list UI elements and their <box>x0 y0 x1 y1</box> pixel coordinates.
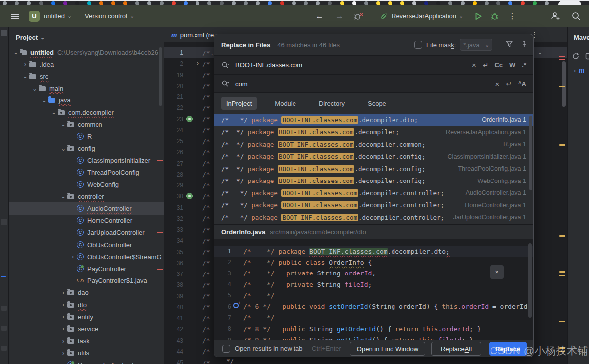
chevron-expanded-icon[interactable]: ⌄ <box>40 97 48 104</box>
chevron-expanded-icon[interactable]: ⌄ <box>59 121 67 128</box>
result-row[interactable]: /* */ package BOOT-INF.classes.com.decom… <box>214 138 533 151</box>
debug-button[interactable] <box>491 5 499 27</box>
scope-tab-scope[interactable]: Scope <box>363 97 391 110</box>
result-row[interactable]: /* */ package BOOT-INF.classes.com.decom… <box>214 151 533 163</box>
tab-pom-xml[interactable]: m pom.xml (re <box>167 27 218 42</box>
tree-row[interactable]: ⌄java <box>9 94 164 106</box>
tree-row[interactable]: ⌄com.decompiler <box>9 106 164 118</box>
editor-scrollbar[interactable] <box>562 61 566 107</box>
file-mask-combo[interactable]: *.java ⌄ <box>460 39 492 51</box>
next-problem-icon[interactable]: ⌄ <box>538 49 542 56</box>
scope-tab-directory[interactable]: Directory <box>314 97 350 110</box>
code-with-me-icon[interactable] <box>550 5 560 27</box>
maven-refresh-icon[interactable] <box>572 52 580 60</box>
chevron-collapsed-icon[interactable]: › <box>59 289 67 296</box>
forward-button[interactable]: → <box>335 5 344 27</box>
tree-row[interactable]: PayController$1.java <box>9 275 164 287</box>
tree-row[interactable]: CReverseJarApplication <box>9 359 164 364</box>
result-row[interactable]: /* */ package BOOT-INF.classes.com.decom… <box>214 126 533 139</box>
open-in-find-window-button[interactable]: Open in Find Window <box>350 342 425 356</box>
hamburger-menu-icon[interactable] <box>11 5 19 27</box>
problems-tool-icon[interactable] <box>1 346 7 351</box>
chevron-expanded-icon[interactable]: ⌄ <box>59 145 67 152</box>
chevron-expanded-icon[interactable]: ⌄ <box>31 85 39 92</box>
spring-bean-gutter-icon[interactable] <box>186 193 193 199</box>
tree-row[interactable]: CClassImportsInitializer <box>9 155 164 167</box>
result-row[interactable]: /* */ package BOOT-INF.classes.com.decom… <box>214 199 533 212</box>
tree-row[interactable]: ⌄common <box>9 118 164 130</box>
scope-tab-module[interactable]: Module <box>270 97 301 110</box>
tree-row[interactable]: CHomeController <box>9 215 164 227</box>
spring-bean-gutter-icon[interactable] <box>186 116 193 122</box>
tree-row[interactable]: ›dto <box>9 299 164 311</box>
close-icon[interactable]: × <box>490 265 504 279</box>
chevron-collapsed-icon[interactable]: › <box>59 301 67 308</box>
maven-project-node[interactable]: › m <box>571 66 588 75</box>
tree-row[interactable]: CWebConfig <box>9 179 164 190</box>
tree-row[interactable]: ⌄main <box>9 83 164 94</box>
vcs-widget[interactable]: Version control ⌄ <box>85 5 134 27</box>
tree-row[interactable]: ›service <box>9 323 164 335</box>
tree-row[interactable]: ›.idea <box>9 58 164 70</box>
tree-row[interactable]: CThreadPoolConfig <box>9 167 164 179</box>
tree-row[interactable]: ⌄config <box>9 143 164 155</box>
structure-tool-icon[interactable] <box>1 219 7 225</box>
file-mask-checkbox[interactable] <box>414 41 422 49</box>
chevron-expanded-icon[interactable]: ⌄ <box>50 109 58 116</box>
preview-scrollbar[interactable] <box>528 243 532 318</box>
tree-row[interactable]: ›CObfJsController$StreamG <box>9 251 164 263</box>
chevron-collapsed-icon[interactable]: › <box>21 61 29 68</box>
pin-icon[interactable] <box>520 40 528 48</box>
result-row[interactable]: /* */ package BOOT-INF.classes.com.decom… <box>214 114 533 126</box>
newline-icon[interactable]: ↵ <box>506 80 512 88</box>
tree-row[interactable]: ⌄untitledC:\Users\yang\Downloads\b4ccb26 <box>9 46 164 58</box>
more-actions-kebab-icon[interactable]: ⋮ <box>508 5 516 27</box>
clear-replace-icon[interactable]: × <box>495 80 500 88</box>
search-everywhere-icon[interactable] <box>571 5 581 27</box>
newline-icon[interactable]: ↵ <box>483 61 489 69</box>
tree-row[interactable]: CJarUploadController <box>9 227 164 239</box>
match-case-toggle[interactable]: Cc <box>494 61 503 69</box>
project-tree[interactable]: ⌄untitledC:\Users\yang\Downloads\b4ccb26… <box>9 46 164 364</box>
filter-funnel-icon[interactable] <box>505 40 513 48</box>
override-gutter-icon[interactable] <box>233 303 239 308</box>
chevron-collapsed-icon[interactable]: › <box>69 253 77 260</box>
search-field[interactable]: BOOT-INF.classes.com × ↵ Cc W .* <box>214 55 533 74</box>
tree-row[interactable]: ›entity <box>9 311 164 323</box>
chevron-collapsed-icon[interactable]: › <box>59 325 67 332</box>
run-button[interactable] <box>474 5 483 27</box>
run-configuration[interactable]: ReverseJarApplication ⌄ <box>379 5 463 27</box>
regex-toggle[interactable]: .* <box>522 61 526 69</box>
chevron-collapsed-icon[interactable]: › <box>59 313 67 320</box>
chevron-collapsed-icon[interactable]: › <box>59 338 67 345</box>
whole-words-toggle[interactable]: W <box>509 61 515 69</box>
project-switcher[interactable]: untitled ⌄ <box>44 5 72 27</box>
preserve-case-toggle[interactable]: AA <box>518 80 526 88</box>
tree-row[interactable]: ›task <box>9 335 164 347</box>
replace-all-button[interactable]: Replace All <box>431 342 481 356</box>
vcs-tool-icon[interactable] <box>1 306 7 311</box>
tree-row[interactable]: ›dao <box>9 287 164 299</box>
open-results-checkbox[interactable] <box>222 345 230 353</box>
chevron-expanded-icon[interactable]: ⌄ <box>59 193 67 200</box>
result-row[interactable]: /* */ package BOOT-INF.classes.com.decom… <box>214 187 533 199</box>
preview-code-pane[interactable]: 1/* */ package BOOT-INF.classes.com.deco… <box>214 239 533 340</box>
maven-settings-icon[interactable] <box>585 52 589 60</box>
tree-row[interactable]: ⌄controller <box>9 190 164 202</box>
terminal-tool-icon[interactable] <box>1 326 7 331</box>
scope-tab-project[interactable]: In Project <box>221 97 257 110</box>
fold-arrow-icon[interactable]: › <box>197 60 199 67</box>
chevron-expanded-icon[interactable]: ⌄ <box>21 73 29 80</box>
replace-field[interactable]: com × ↵ AA <box>214 74 533 93</box>
result-row[interactable]: /* */ package BOOT-INF.classes.com.decom… <box>214 175 533 187</box>
project-tool-icon[interactable] <box>1 30 7 36</box>
tree-row[interactable]: ›utils <box>9 347 164 359</box>
tree-row[interactable]: CObfJsController <box>9 239 164 251</box>
mute-bug-icon[interactable] <box>353 5 363 27</box>
project-panel-header[interactable]: Project ⌄ <box>16 31 45 43</box>
project-scrollbar[interactable] <box>159 47 162 106</box>
tree-row[interactable]: CR <box>9 130 164 142</box>
result-row[interactable]: /* */ package BOOT-INF.classes.com.decom… <box>214 211 533 224</box>
result-row[interactable]: /* */ package BOOT-INF.classes.com.decom… <box>214 163 533 175</box>
search-results-list[interactable]: /* */ package BOOT-INF.classes.com.decom… <box>214 114 533 224</box>
